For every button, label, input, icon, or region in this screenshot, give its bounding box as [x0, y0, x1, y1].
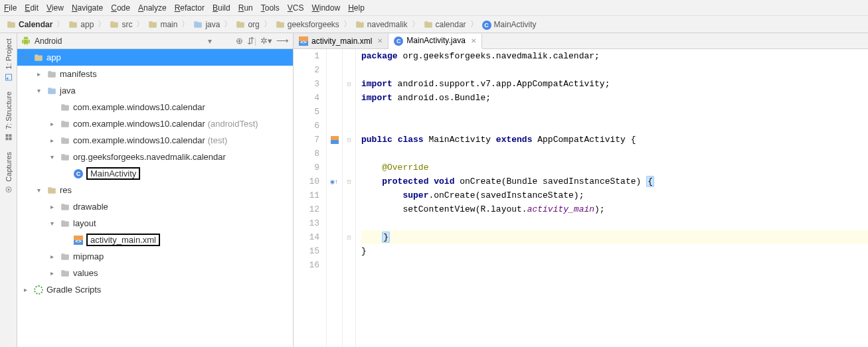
svg-rect-1	[7, 78, 9, 80]
rail-project[interactable]: 1: Project	[5, 33, 13, 86]
code-editor[interactable]: 12345678910111213141516 ◉↑ ⊟⊟⊟⊟ package …	[294, 49, 868, 347]
breadcrumb-separator: 〉	[412, 19, 420, 30]
rail-structure[interactable]: 7: Structure	[5, 86, 13, 147]
breadcrumb-separator: 〉	[343, 19, 351, 30]
breadcrumb-separator: 〉	[470, 19, 478, 30]
main-menubar: FileEditViewNavigateCodeAnalyzeRefactorB…	[0, 0, 868, 16]
tree-activity-main-xml[interactable]: <>activity_main.xml	[17, 232, 293, 248]
target-icon[interactable]: ⊕	[236, 36, 243, 46]
breadcrumb-separator: 〉	[181, 19, 189, 30]
svg-point-3	[7, 188, 9, 190]
gear-icon[interactable]: ✲▾	[260, 36, 272, 46]
svg-text:<>: <>	[300, 39, 307, 45]
breadcrumb-app[interactable]: app	[66, 20, 96, 29]
project-tool-panel: Android ▾ ⊕ ⇵ | ✲▾ ⟶ ▾app▸manifests▾java…	[17, 33, 294, 347]
menu-view[interactable]: View	[46, 3, 64, 13]
tree-mipmap[interactable]: ▸mipmap	[17, 248, 293, 265]
close-icon[interactable]: ✕	[377, 37, 383, 44]
breadcrumb-geeksforgeeks[interactable]: geeksforgeeks	[273, 20, 342, 29]
svg-rect-0	[5, 74, 11, 80]
fold-gutter[interactable]: ⊟⊟⊟⊟	[343, 49, 356, 347]
breadcrumb-separator: 〉	[56, 19, 64, 30]
line-gutter: 12345678910111213141516	[294, 49, 327, 347]
breadcrumb-mainactivity[interactable]: CMainActivity	[479, 20, 539, 29]
margin-gutter: ◉↑	[327, 49, 343, 347]
tree-layout[interactable]: ▾layout	[17, 215, 293, 232]
breadcrumb-calendar[interactable]: calendar	[421, 20, 469, 29]
tree-manifests[interactable]: ▸manifests	[17, 66, 293, 82]
tree-gradle-scripts[interactable]: ▸Gradle Scripts	[17, 281, 293, 298]
tree-java[interactable]: ▾java	[17, 82, 293, 99]
breadcrumb-src[interactable]: src	[107, 20, 135, 29]
tree-org-geeksforgeeks-navedmalik-calendar[interactable]: ▾org.geeksforgeeks.navedmalik.calendar	[17, 149, 293, 165]
tree-com-example-windows10-calendar[interactable]: ▸com.example.windows10.calendar(test)	[17, 132, 293, 149]
rail-captures[interactable]: Captures	[5, 147, 13, 199]
view-mode-combo[interactable]: Android	[35, 36, 208, 46]
tree-res[interactable]: ▾res	[17, 182, 293, 198]
breadcrumb-navedmalik[interactable]: navedmalik	[353, 20, 410, 29]
breadcrumb-calendar[interactable]: Calendar	[4, 20, 55, 29]
tree-values[interactable]: ▸values	[17, 265, 293, 281]
menu-tools[interactable]: Tools	[261, 3, 280, 13]
tree-com-example-windows10-calendar[interactable]: com.example.windows10.calendar	[17, 99, 293, 115]
tree-drawable[interactable]: ▸drawable	[17, 198, 293, 215]
tab-activity-main-xml[interactable]: <>activity_main.xml✕	[294, 33, 389, 48]
tree-com-example-windows10-calendar[interactable]: ▸com.example.windows10.calendar(androidT…	[17, 115, 293, 132]
tree-app[interactable]: ▾app	[17, 49, 293, 66]
close-icon[interactable]: ✕	[471, 37, 476, 44]
tree-mainactivity[interactable]: CMainActivity	[17, 165, 293, 182]
menu-navigate[interactable]: Navigate	[72, 3, 103, 13]
breadcrumb-java[interactable]: java	[191, 20, 222, 29]
breadcrumb-separator: 〉	[98, 19, 106, 30]
code-area[interactable]: package org.geeksforgeeks.navedmalik.cal…	[356, 49, 868, 347]
left-tool-rail: 1: Project7: StructureCaptures	[0, 33, 17, 347]
breadcrumb-separator: 〉	[224, 19, 232, 30]
svg-rect-10	[331, 136, 339, 140]
breadcrumb-separator: 〉	[136, 19, 144, 30]
breadcrumb-main[interactable]: main	[145, 20, 180, 29]
android-icon	[21, 36, 31, 46]
tab-mainactivity-java[interactable]: CMainActivity.java✕	[389, 34, 481, 49]
editor-area: <>activity_main.xml✕CMainActivity.java✕ …	[294, 33, 868, 347]
breadcrumb-separator: 〉	[264, 19, 272, 30]
menu-refactor[interactable]: Refactor	[175, 3, 205, 13]
hide-icon[interactable]: ⟶	[276, 36, 289, 46]
menu-code[interactable]: Code	[111, 3, 130, 13]
menu-edit[interactable]: Edit	[25, 3, 39, 13]
collapse-icon[interactable]: ⇵	[247, 36, 254, 46]
project-panel-header: Android ▾ ⊕ ⇵ | ✲▾ ⟶	[17, 33, 293, 49]
menu-window[interactable]: Window	[311, 3, 340, 13]
editor-tabs: <>activity_main.xml✕CMainActivity.java✕	[294, 33, 868, 49]
breadcrumb-org[interactable]: org	[233, 20, 262, 29]
menu-analyze[interactable]: Analyze	[138, 3, 167, 13]
svg-text:<>: <>	[75, 238, 82, 244]
menu-help[interactable]: Help	[348, 3, 365, 13]
svg-rect-11	[331, 140, 339, 144]
menu-vcs[interactable]: VCS	[288, 3, 304, 13]
menu-file[interactable]: File	[4, 3, 17, 13]
breadcrumb-bar: Calendar〉app〉src〉main〉java〉org〉geeksforg…	[0, 16, 868, 33]
project-tree[interactable]: ▾app▸manifests▾javacom.example.windows10…	[17, 49, 293, 347]
menu-run[interactable]: Run	[238, 3, 253, 13]
menu-build[interactable]: Build	[213, 3, 230, 13]
